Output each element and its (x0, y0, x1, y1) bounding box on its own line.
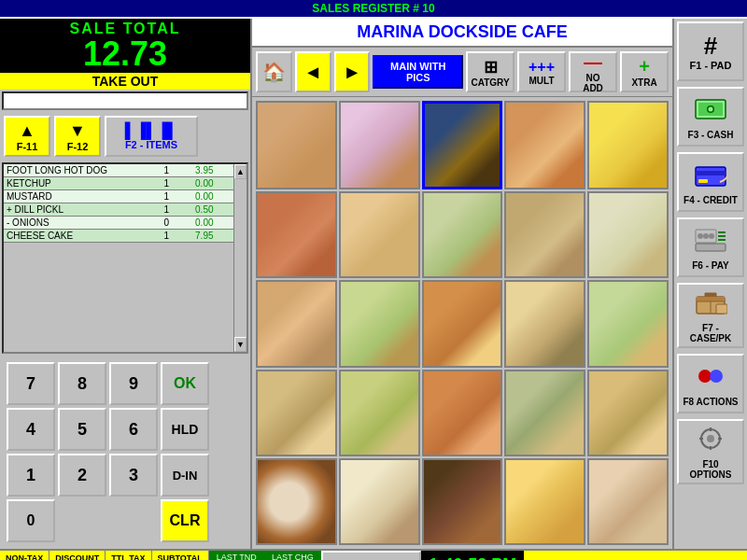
svg-point-9 (703, 233, 709, 239)
menus-off-button[interactable]: F9 - MENUS OFF (321, 551, 421, 560)
svg-rect-16 (697, 297, 725, 301)
menu-item[interactable] (504, 458, 585, 545)
menu-item[interactable] (339, 458, 420, 545)
key-9[interactable]: 9 (109, 362, 158, 405)
menu-item[interactable] (504, 280, 585, 367)
menu-item[interactable] (422, 101, 503, 189)
hld-button[interactable]: HLD (161, 408, 209, 451)
menu-item[interactable] (256, 101, 337, 189)
svg-point-10 (709, 233, 714, 239)
clock-display: 1:46:52 PM (421, 551, 524, 560)
no-add-button[interactable]: — NO ADD (569, 51, 617, 92)
scroll-down-button[interactable]: ▼ (234, 337, 247, 352)
catgry-button[interactable]: ⊞ CATGRY (466, 51, 514, 92)
food-image (258, 460, 335, 543)
key-0[interactable]: 0 (7, 499, 55, 542)
menu-item[interactable] (587, 101, 669, 189)
key-6[interactable]: 6 (109, 408, 158, 451)
food-image (589, 103, 667, 188)
order-row[interactable]: FOOT LONG HOT DOG 1 3.95 T (4, 164, 247, 177)
menu-item[interactable] (422, 280, 503, 367)
non-tax-label: NON-TAX (6, 553, 43, 560)
f7-casepk-label: F7 - CASE/PK (682, 323, 740, 343)
discount-label: DISCOUNT (55, 553, 99, 560)
key-3[interactable]: 3 (109, 454, 158, 497)
back-button[interactable]: ◄ (295, 51, 331, 92)
din-button[interactable]: D-IN (161, 454, 209, 497)
order-row[interactable]: MUSTARD 1 0.00 (4, 190, 247, 203)
last-tnd-label: LAST TND (217, 553, 257, 560)
order-row[interactable]: + DILL PICKL 1 0.50 (4, 203, 247, 217)
forward-arrow-icon: ► (343, 62, 361, 83)
menu-item[interactable] (339, 101, 420, 189)
food-image (506, 193, 584, 276)
options-icon (694, 426, 727, 457)
f2-items-button[interactable]: ▌▐▌▐▌ F2 - ITEMS (105, 116, 198, 157)
key-8[interactable]: 8 (58, 362, 106, 405)
key-7[interactable]: 7 (7, 362, 55, 405)
f6-pay-label: F6 - PAY (692, 260, 728, 271)
f12-button[interactable]: ▼ F-12 (54, 116, 101, 157)
order-scrollbar[interactable]: ▲ ▼ (233, 164, 247, 352)
key-4[interactable]: 4 (7, 408, 55, 451)
menu-item[interactable] (422, 191, 503, 278)
order-table: FOOT LONG HOT DOG 1 3.95 T KETCHUP 1 0.0… (4, 164, 247, 243)
f7-casepk-button[interactable]: F7 - CASE/PK (677, 283, 744, 348)
menu-item[interactable] (504, 101, 585, 189)
clr-button[interactable]: CLR (161, 499, 209, 542)
menu-item[interactable] (587, 370, 669, 456)
menu-item[interactable] (422, 370, 503, 456)
key-2[interactable]: 2 (58, 454, 106, 497)
food-image (589, 282, 667, 365)
menu-item[interactable] (339, 370, 420, 456)
xtra-button[interactable]: + XTRA (620, 51, 669, 92)
forward-button[interactable]: ► (334, 51, 371, 92)
mult-button[interactable]: +++ MULT (517, 51, 566, 92)
order-row[interactable]: CHEESE CAKE 1 7.95 (4, 230, 247, 243)
food-image (341, 460, 418, 543)
last-chg-item: LAST CHG 0.00 (264, 551, 321, 560)
f8-actions-button[interactable]: F8 ACTIONS (677, 354, 744, 413)
sale-total-area: SALE TOTAL 12.73 (0, 19, 250, 73)
f4-credit-button[interactable]: F4 - CREDIT (677, 152, 744, 212)
menu-item[interactable] (339, 191, 420, 278)
header-bar: SALES REGISTER # 10 (0, 0, 747, 19)
menu-item[interactable] (256, 280, 337, 367)
food-image (341, 103, 418, 188)
xtra-label: XTRA (631, 77, 656, 88)
scroll-up-button[interactable]: ▲ (234, 164, 247, 179)
order-item-price: 0.00 (176, 177, 230, 190)
menu-item[interactable] (504, 370, 585, 456)
toolbar: 🏠 ◄ ► MAIN WITH PICS ⊞ CATGRY +++ MULT —… (252, 48, 672, 97)
menu-grid (252, 97, 672, 549)
last-tnd-item: LAST TND 9.73 (209, 551, 264, 560)
order-row[interactable]: - ONIONS 0 0.00 (4, 217, 247, 230)
xtra-icon: + (639, 56, 650, 77)
menu-item[interactable] (256, 191, 337, 278)
order-row[interactable]: KETCHUP 1 0.00 (4, 177, 247, 190)
menu-item[interactable] (256, 458, 337, 545)
order-item-price: 0.00 (176, 217, 230, 230)
menu-item[interactable] (339, 280, 420, 367)
menu-item[interactable] (587, 458, 669, 545)
f11-button[interactable]: ▲ F-11 (4, 116, 50, 157)
main-with-pics-button[interactable]: MAIN WITH PICS (373, 55, 463, 89)
sale-total-amount: 12.73 (2, 37, 248, 71)
home-button[interactable]: 🏠 (256, 51, 292, 92)
f3-cash-button[interactable]: F3 - CASH (677, 87, 744, 147)
f10-options-button[interactable]: F10 OPTIONS (677, 419, 744, 484)
key-5[interactable]: 5 (58, 408, 106, 451)
ok-button[interactable]: OK (161, 362, 209, 405)
food-image (341, 193, 418, 276)
f6-pay-button[interactable]: F6 - PAY (677, 217, 744, 277)
menu-item[interactable] (256, 370, 337, 456)
menu-item[interactable] (587, 280, 669, 367)
key-1[interactable]: 1 (7, 454, 55, 497)
menu-item[interactable] (587, 191, 669, 278)
cash-icon (694, 96, 727, 128)
menu-item[interactable] (422, 458, 503, 545)
search-input[interactable] (2, 91, 248, 110)
order-list[interactable]: FOOT LONG HOT DOG 1 3.95 T KETCHUP 1 0.0… (2, 162, 248, 354)
menu-item[interactable] (504, 191, 585, 278)
f1-pad-button[interactable]: # F1 - PAD (677, 21, 744, 81)
